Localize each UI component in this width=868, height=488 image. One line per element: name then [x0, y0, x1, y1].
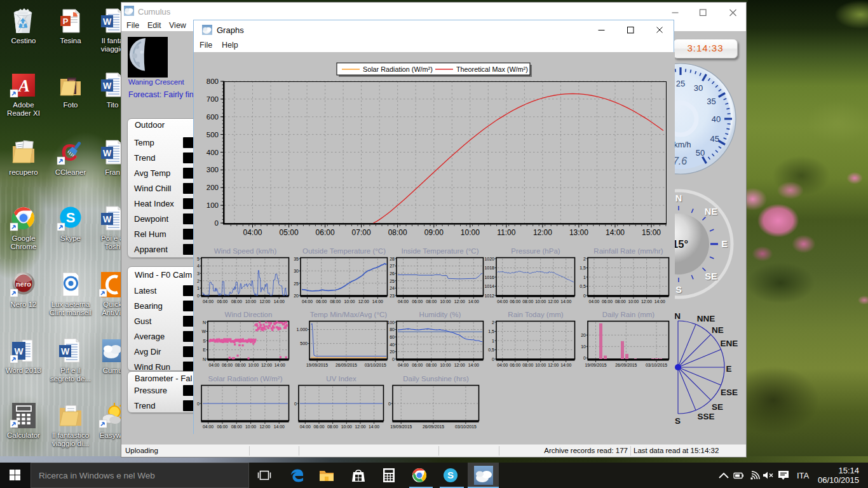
svg-text:10:00: 10:00: [245, 424, 256, 429]
svg-text:Rain Today (mm): Rain Today (mm): [508, 311, 564, 318]
svg-text:7.6: 7.6: [673, 156, 687, 166]
svg-text:10: 10: [581, 344, 586, 349]
svg-text:W: W: [14, 346, 24, 356]
svg-text:A: A: [17, 76, 30, 95]
svg-text:08:00: 08:00: [426, 363, 437, 367]
svg-text:11:00: 11:00: [497, 228, 515, 237]
svg-text:N: N: [203, 357, 206, 362]
svg-text:3: 3: [197, 271, 200, 276]
svg-text:10:00: 10:00: [248, 363, 259, 367]
svg-text:06:00: 06:00: [217, 424, 227, 429]
svg-text:04:00: 04:00: [588, 299, 599, 304]
svg-text:04:00: 04:00: [302, 299, 313, 304]
svg-text:0: 0: [215, 219, 219, 227]
svg-text:Wind Direction: Wind Direction: [225, 311, 273, 318]
svg-text:500: 500: [207, 131, 219, 139]
svg-text:45: 45: [710, 134, 719, 144]
svg-text:600: 600: [207, 113, 219, 121]
svg-text:25: 25: [676, 79, 685, 88]
svg-text:12:00: 12:00: [259, 424, 270, 429]
svg-text:35: 35: [294, 257, 299, 261]
svg-text:Solar Radiation (W/m²): Solar Radiation (W/m²): [208, 375, 283, 383]
svg-text:Solar Radiation (W/m²): Solar Radiation (W/m²): [363, 65, 433, 73]
svg-text:W: W: [201, 329, 206, 334]
svg-text:30: 30: [694, 83, 703, 93]
svg-text:14:00: 14:00: [275, 363, 285, 367]
svg-text:20: 20: [294, 294, 299, 298]
svg-text:04:00: 04:00: [398, 363, 409, 367]
svg-text:NE: NE: [712, 325, 724, 335]
svg-text:100: 100: [387, 320, 395, 325]
svg-text:10:00: 10:00: [535, 299, 546, 304]
svg-text:06:00: 06:00: [313, 424, 324, 429]
svg-text:19/09/2015: 19/09/2015: [306, 363, 328, 367]
svg-text:0: 0: [197, 402, 200, 406]
svg-text:10:00: 10:00: [341, 424, 352, 429]
svg-text:Humidity (%): Humidity (%): [419, 311, 461, 318]
svg-text:06:00: 06:00: [412, 363, 423, 367]
svg-text:14:00: 14:00: [372, 299, 383, 304]
svg-text:0: 0: [388, 402, 391, 406]
svg-text:14:00: 14:00: [606, 228, 625, 237]
svg-text:08:00: 08:00: [388, 228, 407, 237]
svg-text:04:00: 04:00: [300, 424, 311, 429]
svg-text:23: 23: [390, 294, 395, 298]
svg-text:12:00: 12:00: [261, 363, 272, 367]
svg-text:S: S: [203, 339, 206, 343]
svg-text:Wind Speed (km/h): Wind Speed (km/h): [214, 247, 277, 255]
svg-text:1016: 1016: [484, 275, 494, 280]
svg-text:14:00: 14:00: [274, 424, 285, 429]
svg-text:30: 30: [294, 269, 299, 273]
svg-text:14:00: 14:00: [274, 299, 285, 304]
svg-text:SE: SE: [712, 402, 723, 412]
svg-text:08:00: 08:00: [235, 363, 246, 367]
svg-text:0: 0: [197, 294, 200, 298]
svg-text:80: 80: [390, 327, 395, 332]
svg-text:25: 25: [294, 281, 299, 286]
svg-text:27: 27: [390, 264, 395, 268]
svg-text:km/h: km/h: [674, 140, 691, 149]
svg-text:20: 20: [581, 333, 586, 337]
svg-text:2: 2: [492, 320, 494, 325]
svg-text:60: 60: [390, 335, 395, 339]
svg-text:0: 0: [294, 402, 297, 406]
svg-text:13:00: 13:00: [569, 228, 588, 237]
svg-text:12:00: 12:00: [533, 228, 552, 237]
svg-text:03/10/2015: 03/10/2015: [365, 363, 386, 367]
svg-text:04:00: 04:00: [398, 299, 409, 304]
svg-text:300: 300: [207, 166, 219, 173]
svg-text:15:00: 15:00: [642, 228, 661, 237]
svg-text:10:00: 10:00: [440, 363, 451, 367]
svg-text:08:00: 08:00: [522, 299, 533, 304]
svg-text:E: E: [721, 239, 728, 249]
svg-text:S: S: [675, 416, 681, 426]
svg-text:08:00: 08:00: [330, 299, 341, 304]
svg-text:4: 4: [197, 264, 200, 268]
svg-text:06:00: 06:00: [412, 299, 423, 304]
svg-text:08:00: 08:00: [231, 424, 242, 429]
svg-text:07:00: 07:00: [352, 228, 371, 237]
svg-text:35: 35: [707, 97, 715, 106]
svg-text:10:00: 10:00: [344, 299, 355, 304]
svg-text:W: W: [103, 81, 112, 91]
svg-text:W: W: [103, 148, 112, 158]
svg-text:100: 100: [207, 201, 219, 209]
svg-text:40: 40: [712, 114, 721, 124]
svg-text:0,5: 0,5: [580, 284, 586, 288]
svg-text:ESE: ESE: [721, 388, 738, 397]
svg-text:1014: 1014: [484, 284, 494, 288]
svg-text:N: N: [203, 320, 206, 325]
svg-text:25: 25: [390, 279, 395, 283]
svg-text:Pressure (hPa): Pressure (hPa): [511, 247, 560, 255]
svg-text:14:00: 14:00: [468, 299, 479, 304]
svg-text:Outside Temperature (°C): Outside Temperature (°C): [302, 247, 386, 255]
svg-text:S: S: [675, 285, 682, 295]
svg-text:W: W: [103, 17, 112, 27]
svg-text:04:00: 04:00: [497, 363, 508, 367]
svg-text:0,5: 0,5: [488, 348, 494, 352]
svg-text:1012: 1012: [484, 294, 494, 298]
svg-text:14:00: 14:00: [560, 299, 571, 304]
svg-text:40: 40: [390, 342, 395, 347]
svg-text:E: E: [203, 348, 206, 352]
svg-text:Daily Rain (mm): Daily Rain (mm): [602, 311, 655, 318]
